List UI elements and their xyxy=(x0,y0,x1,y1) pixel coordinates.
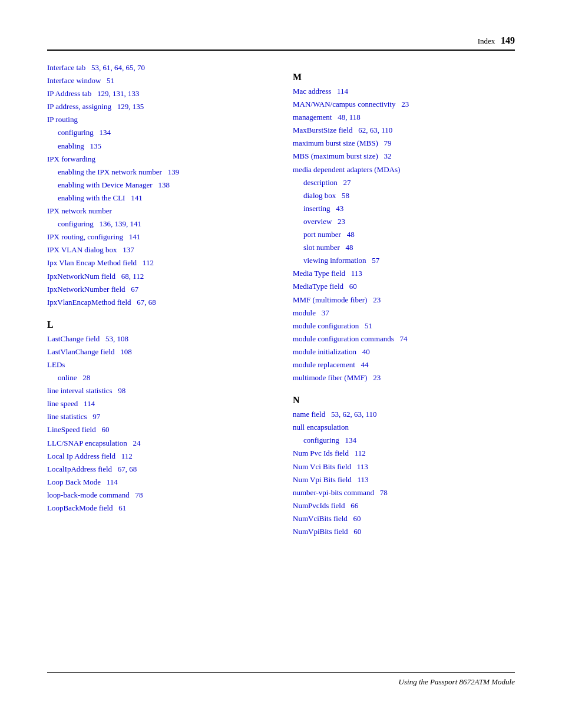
list-item[interactable]: NumPvcIds field 66 xyxy=(293,499,515,512)
list-item[interactable]: slot number 48 xyxy=(293,241,515,254)
list-item[interactable]: viewing information 57 xyxy=(293,254,515,267)
list-item[interactable]: LastChange field 53, 108 xyxy=(47,332,269,345)
list-item[interactable]: LEDs xyxy=(47,358,269,371)
footer-text: Using the Passport 8672ATM Module xyxy=(399,677,515,687)
list-item[interactable]: module configuration commands 74 xyxy=(293,332,515,345)
list-item[interactable]: IP Address tab 129, 131, 133 xyxy=(47,87,269,100)
page-header: Index 149 xyxy=(47,35,515,51)
header-label: Index 149 xyxy=(478,35,515,46)
list-item[interactable]: overview 23 xyxy=(293,215,515,228)
list-item[interactable]: enabling the IPX network number 139 xyxy=(47,166,269,179)
list-item[interactable]: Num Pvc Ids field 112 xyxy=(293,447,515,460)
list-item[interactable]: Ipx Vlan Encap Method field 112 xyxy=(47,256,269,269)
list-item[interactable]: line interval statistics 98 xyxy=(47,384,269,397)
list-item[interactable]: enabling with the CLI 141 xyxy=(47,192,269,205)
list-item[interactable]: number-vpi-bits command 78 xyxy=(293,486,515,499)
page-number: 149 xyxy=(501,35,515,45)
list-item[interactable]: description 27 xyxy=(293,176,515,189)
list-item[interactable]: LineSpeed field 60 xyxy=(47,423,269,436)
section-letter-m: M xyxy=(293,72,515,83)
list-item[interactable]: configuring 136, 139, 141 xyxy=(47,218,269,230)
list-item[interactable]: Num Vci Bits field 113 xyxy=(293,460,515,473)
list-item[interactable]: Interface tab 53, 61, 64, 65, 70 xyxy=(47,61,269,74)
list-item[interactable]: LastVlanChange field 108 xyxy=(47,345,269,358)
list-item[interactable]: MMF (multimode fiber) 23 xyxy=(293,294,515,307)
list-item[interactable]: Num Vpi Bits field 113 xyxy=(293,473,515,486)
list-item[interactable]: IPX VLAN dialog box 137 xyxy=(47,243,269,256)
list-item[interactable]: IPX network number xyxy=(47,205,269,218)
index-label: Index xyxy=(478,37,495,45)
list-item[interactable]: MAN/WAN/campus connectivity 23 xyxy=(293,98,515,111)
list-item[interactable]: module initialization 40 xyxy=(293,345,515,358)
list-item[interactable]: Interface window 51 xyxy=(47,74,269,87)
list-item[interactable]: configuring 134 xyxy=(47,126,269,139)
list-item[interactable]: module configuration 51 xyxy=(293,319,515,332)
list-item[interactable]: management 48, 118 xyxy=(293,111,515,124)
list-item[interactable]: dialog box 58 xyxy=(293,189,515,202)
list-item[interactable]: line speed 114 xyxy=(47,397,269,410)
right-column: M Mac address 114 MAN/WAN/campus connect… xyxy=(293,61,515,538)
list-item[interactable]: LLC/SNAP encapsulation 24 xyxy=(47,437,269,450)
list-item[interactable]: inserting 43 xyxy=(293,202,515,215)
section-letter-n: N xyxy=(293,395,515,406)
list-item[interactable]: Loop Back Mode 114 xyxy=(47,476,269,489)
list-item[interactable]: IP address, assigning 129, 135 xyxy=(47,100,269,113)
list-item[interactable]: multimode fiber (MMF) 23 xyxy=(293,371,515,384)
list-item[interactable]: loop-back-mode command 78 xyxy=(47,489,269,502)
list-item[interactable]: media dependent adapters (MDAs) xyxy=(293,163,515,176)
list-item[interactable]: port number 48 xyxy=(293,228,515,241)
list-item[interactable]: IP routing xyxy=(47,113,269,126)
list-item[interactable]: module 37 xyxy=(293,307,515,319)
list-item[interactable]: Mac address 114 xyxy=(293,85,515,98)
list-item[interactable]: maximum burst size (MBS) 79 xyxy=(293,137,515,150)
page: Index 149 Interface tab 53, 61, 64, 65, … xyxy=(0,0,562,728)
list-item[interactable]: online 28 xyxy=(47,371,269,384)
list-item[interactable]: configuring 134 xyxy=(293,434,515,447)
list-item[interactable]: module replacement 44 xyxy=(293,358,515,371)
list-item[interactable]: IpxVlanEncapMethod field 67, 68 xyxy=(47,296,269,309)
list-item[interactable]: NumVciBits field 60 xyxy=(293,512,515,525)
list-item[interactable]: enabling with Device Manager 138 xyxy=(47,179,269,192)
list-item[interactable]: IPX forwarding xyxy=(47,153,269,166)
left-column: Interface tab 53, 61, 64, 65, 70 Interfa… xyxy=(47,61,269,538)
list-item[interactable]: MediaType field 60 xyxy=(293,280,515,293)
list-item[interactable]: LoopBackMode field 61 xyxy=(47,502,269,515)
page-footer: Using the Passport 8672ATM Module xyxy=(47,672,515,687)
list-item[interactable]: Local Ip Address field 112 xyxy=(47,450,269,463)
list-item[interactable]: null encapsulation xyxy=(293,421,515,434)
list-item[interactable]: IpxNetworkNumber field 67 xyxy=(47,283,269,296)
list-item[interactable]: enabling 135 xyxy=(47,140,269,153)
list-item[interactable]: MBS (maximum burst size) 32 xyxy=(293,150,515,163)
list-item[interactable]: IpxNetworkNum field 68, 112 xyxy=(47,270,269,283)
list-item[interactable]: Media Type field 113 xyxy=(293,267,515,280)
index-content: Interface tab 53, 61, 64, 65, 70 Interfa… xyxy=(47,61,515,538)
list-item[interactable]: NumVpiBits field 60 xyxy=(293,525,515,538)
list-item[interactable]: MaxBurstSize field 62, 63, 110 xyxy=(293,124,515,137)
list-item[interactable]: name field 53, 62, 63, 110 xyxy=(293,408,515,421)
section-letter-l: L xyxy=(47,319,269,330)
list-item[interactable]: IPX routing, configuring 141 xyxy=(47,230,269,243)
list-item[interactable]: LocalIpAddress field 67, 68 xyxy=(47,463,269,476)
list-item[interactable]: line statistics 97 xyxy=(47,410,269,423)
